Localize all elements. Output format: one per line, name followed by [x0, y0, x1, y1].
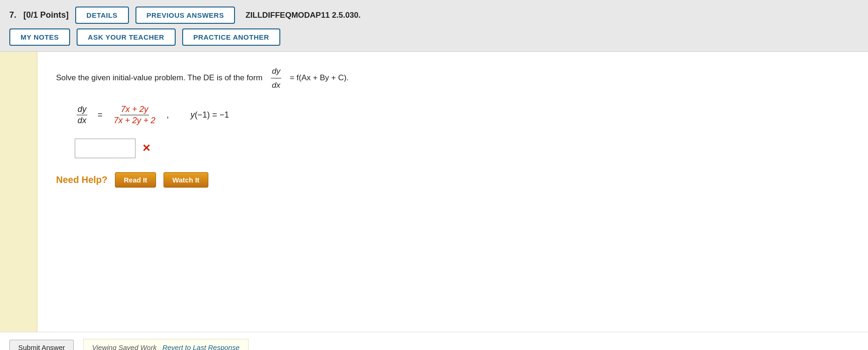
content-area: Solve the given initial-value problem. T… [0, 52, 868, 332]
denominator-red: 7x + 2y + 2 [113, 115, 157, 126]
dy-dx-fraction-statement: dy dx [271, 65, 281, 91]
toolbar-row2: MY NOTES ASK YOUR TEACHER PRACTICE ANOTH… [9, 28, 859, 46]
statement-suffix: = f(Ax + By + C). [290, 73, 349, 82]
left-bar [0, 52, 37, 332]
ask-teacher-button[interactable]: ASK YOUR TEACHER [77, 28, 176, 46]
toolbar: 7. [0/1 Points] DETAILS PREVIOUS ANSWERS… [0, 0, 868, 52]
problem-statement: Solve the given initial-value problem. T… [56, 65, 849, 91]
need-help-label: Need Help? [56, 175, 107, 185]
watch-it-button[interactable]: Watch It [164, 172, 208, 188]
main-panel: Solve the given initial-value problem. T… [37, 52, 868, 332]
need-help-row: Need Help? Read It Watch It [56, 172, 849, 188]
dy-numerator-statement: dy [271, 65, 281, 78]
rhs-fraction: 7x + 2y 7x + 2y + 2 [113, 105, 157, 126]
statement-prefix: Solve the given initial-value problem. T… [56, 73, 263, 82]
saved-work-notice: Viewing Saved Work Revert to Last Respon… [83, 339, 249, 350]
dy-dx-fraction: dy dx [77, 105, 87, 126]
dy-numerator: dy [77, 105, 87, 115]
read-it-button[interactable]: Read It [115, 172, 156, 188]
answer-input[interactable] [75, 139, 135, 158]
equals-sign: = [98, 110, 103, 120]
my-notes-button[interactable]: MY NOTES [9, 28, 70, 46]
submit-answer-button[interactable]: Submit Answer [9, 340, 74, 350]
details-button[interactable]: DETAILS [75, 7, 129, 24]
dx-denominator-statement: dx [271, 78, 281, 91]
page-wrapper: 7. [0/1 Points] DETAILS PREVIOUS ANSWERS… [0, 0, 868, 350]
x-mark-icon: ✕ [142, 142, 150, 154]
comma: , [167, 110, 169, 120]
equation-block: dy dx = 7x + 2y 7x + 2y + 2 , y(−1) = −1 [75, 105, 849, 126]
revert-link[interactable]: Revert to Last Response [163, 343, 240, 350]
assignment-code: ZILLDIFFEQMODAP11 2.5.030. [245, 11, 361, 20]
points-label: [0/1 Points] [23, 10, 69, 20]
practice-another-button[interactable]: PRACTICE ANOTHER [182, 28, 280, 46]
question-label: 7. [0/1 Points] [9, 10, 69, 20]
question-number: 7. [9, 10, 16, 20]
previous-answers-button[interactable]: PREVIOUS ANSWERS [135, 7, 235, 24]
answer-row: ✕ [75, 139, 849, 158]
toolbar-row1: 7. [0/1 Points] DETAILS PREVIOUS ANSWERS… [9, 7, 859, 24]
submit-area: Submit Answer Viewing Saved Work Revert … [0, 332, 868, 350]
dx-denominator: dx [77, 115, 87, 126]
numerator-red: 7x + 2y [120, 105, 149, 115]
saved-work-text: Viewing Saved Work [92, 343, 157, 350]
initial-condition: y(−1) = −1 [191, 110, 229, 120]
